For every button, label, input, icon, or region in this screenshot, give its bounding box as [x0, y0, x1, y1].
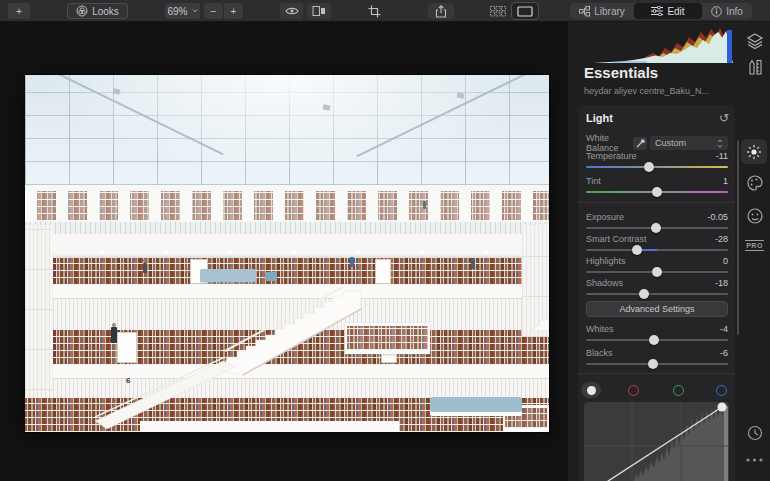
slider-value: 0 [723, 256, 728, 267]
slider-label: Tint [586, 176, 601, 187]
edit-tools-button[interactable] [739, 58, 770, 77]
add-photos-button[interactable]: + [8, 3, 30, 19]
slider-temperature: Temperature-11 [586, 151, 728, 168]
slider-highlights: Highlights0 [586, 256, 728, 273]
layers-icon [746, 32, 764, 50]
zoom-level-value: 69% [167, 6, 187, 17]
slider-track[interactable] [586, 166, 728, 168]
eyedropper-icon [636, 139, 645, 148]
photo-person [471, 258, 475, 269]
channel-blue-button[interactable] [716, 385, 727, 396]
light-title: Light [586, 112, 613, 124]
zoom-out-button[interactable]: − [204, 3, 223, 19]
slider-label: Shadows [586, 278, 623, 289]
single-view-icon [517, 6, 533, 17]
slider-knob[interactable] [649, 335, 659, 345]
crop-tool-button[interactable] [362, 3, 386, 19]
slider-track[interactable] [586, 271, 728, 273]
curve-point[interactable] [718, 403, 727, 412]
tab-creative[interactable] [739, 174, 770, 192]
slider-track[interactable] [586, 293, 728, 295]
eye-icon [285, 6, 299, 16]
compare-before-after-button[interactable] [307, 3, 331, 19]
quick-preview-button[interactable] [280, 3, 303, 19]
slider-smart-contrast: Smart Contrast-28 [586, 234, 728, 251]
more-options-button[interactable] [739, 458, 770, 462]
tab-professional[interactable]: PRO [739, 240, 770, 251]
gallery-view-button[interactable] [486, 3, 510, 19]
top-toolbar: + Looks 69% − + [0, 0, 770, 22]
advanced-settings-button[interactable]: Advanced Settings [586, 301, 728, 317]
single-image-view-button[interactable] [512, 3, 538, 19]
slider-track[interactable] [586, 249, 728, 251]
photo-staircase [25, 75, 549, 432]
tab-info[interactable]: Info [702, 3, 752, 19]
clock-icon [747, 425, 763, 441]
library-icon [579, 6, 590, 17]
slider-exposure: Exposure-0.05 [586, 212, 728, 229]
slider-knob[interactable] [639, 289, 649, 299]
slider-tint: Tint1 [586, 176, 728, 193]
history-button[interactable] [739, 425, 770, 441]
curve-channel-selector [578, 382, 735, 400]
zoom-in-button[interactable]: + [224, 3, 243, 19]
slider-track[interactable] [586, 339, 728, 341]
tab-edit-label: Edit [667, 6, 684, 17]
channel-red-button[interactable] [628, 385, 639, 396]
workspace-tabs: Library Edit Info [570, 3, 752, 19]
chevron-down-icon [192, 9, 198, 13]
reset-icon[interactable]: ↺ [719, 113, 729, 123]
tab-library[interactable]: Library [570, 3, 634, 19]
slider-knob[interactable] [648, 359, 658, 369]
slider-knob[interactable] [651, 223, 661, 233]
slider-value: 1 [723, 176, 728, 187]
tab-library-label: Library [594, 6, 625, 17]
palette-icon [746, 174, 764, 192]
photo-person [423, 201, 426, 209]
eyedropper-button[interactable] [633, 137, 647, 150]
pro-label: PRO [745, 240, 764, 251]
looks-icon [76, 5, 88, 17]
slider-track[interactable] [586, 191, 728, 193]
white-balance-value: Custom [655, 138, 686, 148]
photo-floor-number: 6 [126, 376, 130, 385]
panel-title: Essentials [584, 64, 658, 81]
tab-essentials[interactable] [741, 139, 767, 164]
layers-button[interactable] [739, 32, 770, 50]
tone-curve-editor[interactable] [584, 402, 729, 481]
slider-label: Exposure [586, 212, 624, 223]
export-button[interactable] [428, 3, 454, 19]
slider-label: Blacks [586, 348, 613, 359]
slider-track[interactable] [586, 227, 728, 229]
slider-label: Smart Contrast [586, 234, 647, 245]
photo-person [350, 257, 354, 267]
plus-icon: + [16, 6, 22, 17]
looks-button[interactable]: Looks [67, 3, 128, 19]
looks-label: Looks [92, 6, 119, 17]
more-dots-icon [746, 458, 763, 462]
plus-icon: + [231, 6, 237, 17]
slider-knob[interactable] [644, 162, 654, 172]
filename-label: heydar aliyev centre_Baku_N... [584, 86, 709, 96]
white-balance-dropdown[interactable]: Custom [650, 136, 728, 150]
slider-knob[interactable] [632, 245, 642, 255]
sun-icon [746, 144, 762, 160]
slider-shadows: Shadows-18 [586, 278, 728, 295]
channel-luminance-button[interactable] [581, 382, 601, 398]
tab-portrait[interactable] [739, 207, 770, 225]
channel-green-button[interactable] [673, 385, 684, 396]
info-icon [711, 6, 722, 17]
luminar-app-window: + Looks 69% − + [0, 0, 770, 481]
minus-icon: − [211, 6, 217, 17]
slider-value: -11 [716, 151, 728, 162]
slider-track[interactable] [586, 363, 728, 365]
dropdown-arrows-icon [717, 139, 723, 148]
photo-canvas[interactable]: 6 [25, 75, 549, 432]
slider-knob[interactable] [652, 187, 662, 197]
slider-knob[interactable] [652, 267, 662, 277]
tab-edit[interactable]: Edit [634, 3, 702, 19]
tone-curve-graph [584, 402, 729, 481]
zoom-level-dropdown[interactable]: 69% [165, 3, 200, 19]
compare-icon [312, 5, 326, 17]
grid-view-icon [490, 6, 506, 17]
